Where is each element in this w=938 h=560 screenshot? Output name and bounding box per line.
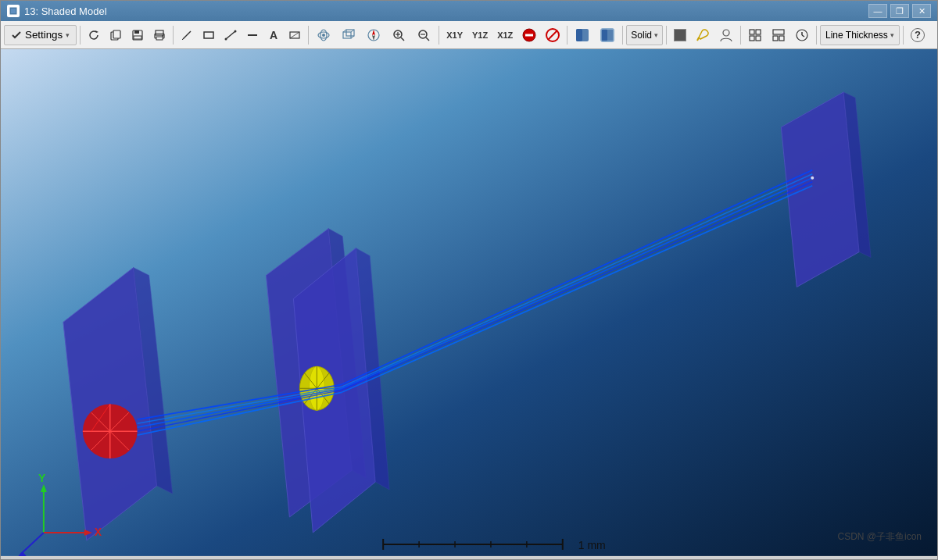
viewport[interactable]: Y X Z 1 mm CSDN @子非鱼icon — [1, 49, 937, 559]
toolbar: Settings ▾ — [1, 21, 937, 49]
svg-rect-50 — [750, 36, 754, 41]
svg-rect-9 — [156, 37, 163, 40]
view3d-icon — [341, 27, 356, 43]
line-icon — [224, 29, 237, 41]
svg-rect-6 — [134, 36, 141, 39]
separator-1 — [80, 26, 81, 45]
svg-rect-5 — [134, 30, 139, 34]
svg-line-11 — [183, 31, 191, 39]
view-y1z-label: Y1Z — [472, 30, 488, 40]
shading1-icon — [575, 27, 590, 43]
pencil-icon — [181, 29, 193, 41]
zoom-fit-button[interactable] — [412, 24, 435, 46]
window-icon — [7, 5, 20, 17]
grid-button[interactable] — [744, 24, 766, 46]
svg-text:Z: Z — [10, 555, 17, 556]
refresh-button[interactable] — [84, 24, 104, 46]
refresh-icon — [88, 29, 100, 41]
time-icon — [795, 28, 809, 42]
svg-rect-7 — [156, 30, 163, 35]
svg-rect-42 — [576, 29, 582, 41]
print-icon — [153, 29, 166, 41]
zoom-icon — [391, 27, 406, 43]
minimize-button[interactable]: — — [868, 4, 887, 18]
layout-button[interactable] — [768, 24, 789, 46]
view-y1z-button[interactable]: Y1Z — [468, 24, 492, 46]
layout-icon — [772, 28, 786, 42]
separator-9 — [816, 26, 817, 45]
settings-label: Settings — [25, 29, 63, 41]
svg-line-31 — [401, 37, 404, 41]
svg-line-46 — [697, 37, 699, 41]
line-thickness-button[interactable]: Line Thickness ▾ — [820, 25, 900, 45]
print-button[interactable] — [149, 24, 170, 46]
line-thickness-label: Line Thickness — [825, 30, 888, 41]
svg-rect-54 — [779, 36, 784, 41]
svg-text:Y: Y — [38, 472, 46, 484]
rotate-icon — [316, 27, 331, 43]
view3d-button[interactable] — [337, 24, 360, 46]
svg-point-89 — [811, 177, 814, 180]
svg-line-18 — [290, 32, 299, 38]
help-button[interactable]: ? — [907, 24, 929, 46]
svg-rect-44 — [601, 29, 607, 41]
svg-rect-1 — [11, 9, 16, 13]
svg-rect-48 — [750, 30, 754, 34]
account-icon — [719, 28, 733, 42]
save-button[interactable] — [127, 24, 148, 46]
settings-button[interactable]: Settings ▾ — [4, 25, 77, 45]
rotate-button[interactable] — [312, 24, 335, 46]
line-button[interactable] — [220, 24, 241, 46]
shading1-button[interactable] — [571, 24, 594, 46]
svg-point-47 — [723, 30, 729, 36]
color-swatch-button[interactable] — [670, 24, 690, 46]
no-entry-icon — [522, 28, 536, 42]
wrench-button[interactable] — [692, 24, 714, 46]
watermark-text: CSDN @子非鱼icon — [837, 531, 922, 542]
copy-button[interactable] — [106, 24, 126, 46]
pencil-button[interactable] — [177, 24, 197, 46]
close-button[interactable]: ✕ — [912, 4, 931, 18]
hatch-button[interactable] — [285, 24, 305, 46]
separator-8 — [740, 26, 741, 45]
grid-icon — [748, 28, 762, 42]
no-circle-button[interactable] — [542, 24, 564, 46]
svg-marker-28 — [372, 30, 375, 35]
hatch-icon — [288, 29, 301, 41]
solid-button[interactable]: Solid ▾ — [626, 25, 663, 45]
time-button[interactable] — [791, 24, 813, 46]
svg-rect-53 — [773, 36, 778, 41]
no-entry-button[interactable] — [518, 24, 540, 46]
optical-model-canvas: Y X Z 1 mm — [1, 49, 937, 556]
view-x1y-button[interactable]: X1Y — [442, 24, 467, 46]
wrench-icon — [696, 28, 710, 42]
shading2-icon — [600, 27, 615, 43]
svg-rect-51 — [756, 36, 761, 41]
svg-line-40 — [548, 30, 557, 40]
svg-rect-3 — [113, 30, 120, 38]
title-bar: 13: Shaded Model — ❐ ✕ — [1, 1, 937, 21]
compass-button[interactable] — [362, 24, 385, 46]
account-button[interactable] — [715, 24, 737, 46]
separator-6 — [622, 26, 623, 45]
svg-point-14 — [225, 37, 227, 40]
no-circle-icon — [546, 28, 560, 42]
text-button[interactable]: A — [264, 24, 283, 46]
settings-checkmark-icon — [11, 30, 22, 41]
restore-button[interactable]: ❐ — [890, 4, 909, 18]
separator-5 — [567, 26, 567, 45]
svg-rect-49 — [756, 30, 761, 34]
window-title: 13: Shaded Model — [24, 5, 107, 17]
main-window: 13: Shaded Model — ❐ ✕ Settings ▾ — [0, 0, 938, 560]
hline-icon — [246, 29, 259, 41]
solid-label: Solid — [631, 30, 652, 41]
zoom-fit-icon — [416, 27, 431, 43]
zoom-button[interactable] — [387, 24, 410, 46]
svg-line-13 — [226, 31, 235, 39]
title-controls: — ❐ ✕ — [868, 4, 931, 18]
rectangle-icon — [202, 29, 215, 41]
hline-button[interactable] — [242, 24, 263, 46]
view-x1z-button[interactable]: X1Z — [493, 24, 517, 46]
rectangle-button[interactable] — [199, 24, 219, 46]
shading2-button[interactable] — [596, 24, 619, 46]
